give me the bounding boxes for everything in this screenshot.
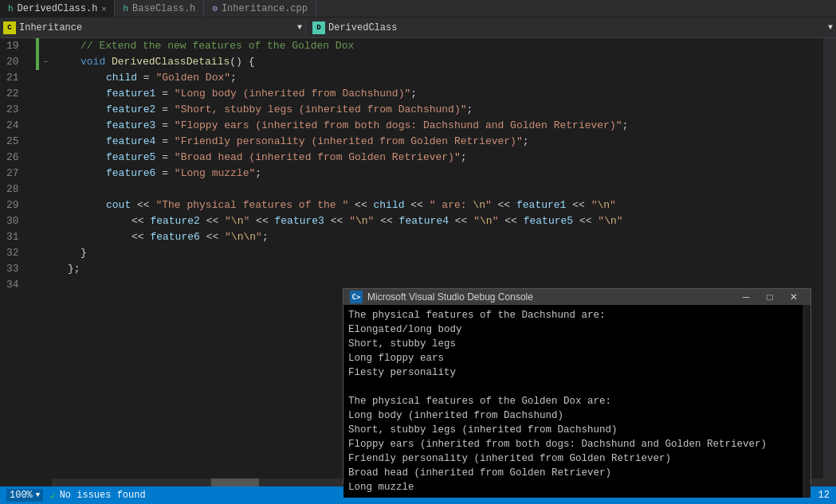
code-line-26: feature5 = "Broad head (inherited from G…	[55, 150, 820, 166]
status-issues: ✓ No issues found	[49, 489, 145, 502]
line-num-29: 29	[6, 197, 29, 213]
tab-baseclass-h[interactable]: h BaseClass.h	[115, 0, 204, 18]
console-icon: C>	[350, 291, 363, 303]
code-line-20: void DerivedClassDetails() {	[55, 54, 820, 70]
code-line-28	[55, 182, 820, 197]
code-line-27: feature6 = "Long muzzle";	[55, 166, 820, 182]
breadcrumb-left: C Inheritance ▼	[3, 21, 306, 34]
tab-baseclass-h-label: BaseClass.h	[132, 3, 195, 14]
line-num-24: 24	[6, 118, 29, 134]
console-line-9: Short, stubby legs (inherited from Dachs…	[348, 423, 798, 437]
cg-32	[39, 245, 52, 261]
console-line-12: Broad head (inherited from Golden Retrie…	[348, 466, 798, 480]
console-line-4: Long floppy ears	[348, 351, 798, 365]
inheritance-icon: C	[3, 21, 16, 34]
close-tab-derivedclass-h[interactable]: ✕	[101, 4, 106, 14]
line-num-21: 21	[6, 70, 29, 86]
console-line-11: Friendly personality (inherited from Gol…	[348, 451, 798, 466]
code-line-23: feature2 = "Short, stubby legs (inherite…	[55, 102, 820, 118]
console-line-2: Elongated/long body	[348, 322, 798, 337]
check-icon: ✓	[49, 489, 56, 502]
console-title: Microsoft Visual Studio Debug Console	[367, 291, 731, 303]
console-scrollbar[interactable]	[803, 305, 810, 498]
tab-inheritance-cpp[interactable]: ⚙ Inheritance.cpp	[204, 0, 316, 18]
code-line-24: feature3 = "Floppy ears (inherited from …	[55, 118, 820, 134]
line-num-22: 22	[6, 86, 29, 102]
code-line-31: << feature6 << "\n\n";	[55, 229, 820, 245]
console-line-13: Long muzzle	[348, 480, 798, 494]
cg-23	[39, 102, 52, 118]
zoom-label: 100%	[10, 490, 33, 501]
h-file-icon-2: h	[123, 4, 128, 14]
console-title-bar: C> Microsoft Visual Studio Debug Console…	[343, 289, 810, 305]
cg-25	[39, 134, 52, 150]
cg-24	[39, 118, 52, 134]
console-line-7: The physical features of the Golden Dox …	[348, 394, 798, 408]
line-num-26: 26	[6, 150, 29, 166]
code-line-29: cout << "The physical features of the " …	[55, 197, 820, 213]
line-num-27: 27	[6, 166, 29, 182]
scrollbar-thumb[interactable]	[211, 479, 259, 486]
collapse-gutter: −	[39, 38, 52, 486]
breadcrumb-inheritance: Inheritance	[19, 22, 82, 33]
line-numbers: 19 20 21 22 23 24 25 26 27 28 29 30 31 3…	[0, 38, 36, 486]
code-line-22: feature1 = "Long body (inherited from Da…	[55, 86, 820, 102]
console-line-1: The physical features of the Dachshund a…	[348, 308, 798, 322]
code-line-33: };	[55, 261, 820, 277]
tab-inheritance-cpp-label: Inheritance.cpp	[222, 3, 308, 14]
cg-33	[39, 261, 52, 277]
tab-derivedclass-h[interactable]: h DerivedClass.h ✕	[0, 0, 115, 18]
line-num-30: 30	[6, 213, 29, 229]
console-line-blank1	[348, 380, 798, 394]
tab-bar: h DerivedClass.h ✕ h BaseClass.h ⚙ Inher…	[0, 0, 836, 18]
cg-34	[39, 277, 52, 293]
line-num-23: 23	[6, 102, 29, 118]
code-line-30: << feature2 << "\n" << feature3 << "\n" …	[55, 213, 820, 229]
console-line-10: Floppy ears (inherited from both dogs: D…	[348, 437, 798, 451]
code-line-32: }	[55, 245, 820, 261]
cg-26	[39, 150, 52, 166]
line-num-28: 28	[6, 182, 29, 197]
tab-derivedclass-h-label: DerivedClass.h	[18, 3, 98, 14]
line-num-25: 25	[6, 134, 29, 150]
breadcrumb-dropdown-left[interactable]: ▼	[297, 23, 302, 32]
cg-29	[39, 197, 52, 213]
console-maximize-button[interactable]: □	[759, 289, 780, 305]
code-line-21: child = "Golden Dox";	[55, 70, 820, 86]
derived-class-icon: D	[312, 21, 325, 34]
status-left: 100% ▼ ✓ No issues found	[6, 489, 146, 502]
breadcrumb-derivedclass: DerivedClass	[328, 22, 397, 33]
breadcrumb-dropdown-right[interactable]: ▼	[828, 23, 833, 32]
cpp-file-icon: ⚙	[212, 3, 218, 14]
cg-22	[39, 86, 52, 102]
zoom-control[interactable]: 100% ▼	[6, 489, 43, 502]
breadcrumb-bar: C Inheritance ▼ D DerivedClass ▼	[0, 18, 836, 38]
line-num-31: 31	[6, 229, 29, 245]
line-num-32: 32	[6, 245, 29, 261]
cg-30	[39, 213, 52, 229]
collapse-20[interactable]: −	[39, 54, 52, 70]
zoom-dropdown-icon[interactable]: ▼	[36, 491, 40, 499]
h-file-icon: h	[8, 4, 14, 14]
code-line-25: feature4 = "Friendly personality (inheri…	[55, 134, 820, 150]
console-body: The physical features of the Dachshund a…	[343, 305, 803, 498]
editor-scrollbar[interactable]	[823, 38, 836, 486]
line-num-19: 19	[6, 38, 29, 54]
console-controls: ─ □ ✕	[736, 289, 804, 305]
console-line-8: Long body (inherited from Dachshund)	[348, 408, 798, 423]
console-close-button[interactable]: ✕	[783, 289, 804, 305]
console-line-5: Fiesty personality	[348, 365, 798, 380]
code-line-19: // Extend the new features of the Golden…	[55, 38, 820, 54]
breadcrumb-right: D DerivedClass ▼	[306, 21, 833, 34]
console-content-row: The physical features of the Dachshund a…	[343, 305, 810, 498]
debug-console: C> Microsoft Visual Studio Debug Console…	[343, 288, 811, 484]
console-line-3: Short, stubby legs	[348, 337, 798, 351]
line-num-34: 34	[6, 277, 29, 293]
console-minimize-button[interactable]: ─	[736, 289, 756, 305]
cg-28	[39, 182, 52, 197]
issues-text: No issues found	[60, 490, 146, 501]
cg-27	[39, 166, 52, 182]
cg-19	[39, 38, 52, 54]
cg-31	[39, 229, 52, 245]
line-num-33: 33	[6, 261, 29, 277]
